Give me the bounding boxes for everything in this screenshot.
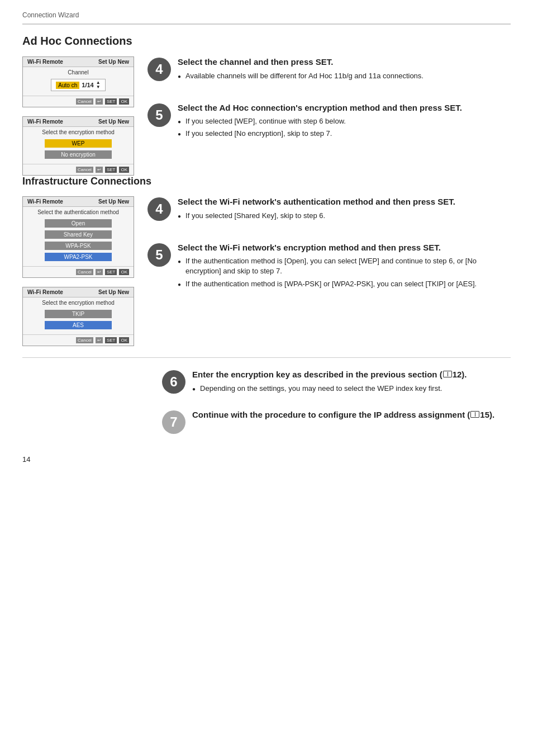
infra-step5-bullets: If the authentication method is [Open], …	[178, 256, 511, 289]
top-divider	[22, 23, 511, 25]
adhoc-step5-bullet1: If you selected [WEP], continue with ste…	[178, 116, 462, 126]
screen3-body: Open Shared Key WPA-PSK WPA2-PSK	[23, 216, 134, 263]
screen4-body: TKIP AES	[23, 307, 134, 331]
screen1-set: SET	[105, 98, 117, 105]
infra-step4-number: 4	[147, 197, 171, 221]
step7-number: 7	[162, 410, 185, 434]
adhoc-step4-number: 4	[147, 58, 171, 81]
screen2-ok: OK	[119, 167, 129, 173]
adhoc-step5-number: 5	[147, 103, 171, 127]
infra-auth-screen: Wi-Fi Remote Set Up New Select the authe…	[22, 196, 134, 278]
screen2-body: WEP No encryption	[23, 136, 134, 160]
adhoc-step4-content: Select the channel and then press SET. A…	[178, 56, 423, 83]
screen2-header: Wi-Fi Remote Set Up New	[23, 117, 134, 127]
adhoc-step5-heading: Select the Ad Hoc connection's encryptio…	[178, 102, 462, 114]
screen4-title: Select the encryption method	[23, 297, 134, 307]
infra-step4: 4 Select the Wi-Fi network's authenticat…	[147, 196, 511, 223]
infra-step5-bullet2: If the authentication method is [WPA-PSK…	[178, 279, 511, 289]
screen4-right-label: Set Up New	[98, 289, 129, 295]
screen4-left-label: Wi-Fi Remote	[27, 289, 63, 295]
channel-arrows: ▲ ▼	[96, 81, 101, 89]
screen3-title: Select the authentication method	[23, 207, 134, 216]
step7-heading: Continue with the procedure to configure…	[192, 409, 494, 420]
infra-step4-bullet1: If you selected [Shared Key], skip to st…	[178, 211, 455, 221]
breadcrumb: Connection Wizard	[22, 11, 511, 19]
infra-step5-number: 5	[147, 243, 171, 267]
step6-number: 6	[162, 370, 185, 394]
infra-instructions: 4 Select the Wi-Fi network's authenticat…	[147, 196, 511, 346]
screen1-footer: Cancel ↩ SET OK	[23, 96, 134, 107]
adhoc-step5: 5 Select the Ad Hoc connection's encrypt…	[147, 102, 511, 141]
infra-open-option: Open	[45, 219, 112, 228]
screen3-ok: OK	[119, 269, 129, 275]
adhoc-instructions: 4 Select the channel and then press SET.…	[147, 56, 511, 176]
infra-encryption-screen: Wi-Fi Remote Set Up New Select the encry…	[22, 287, 134, 346]
adhoc-screens: Wi-Fi Remote Set Up New Channel Auto ch …	[22, 56, 134, 176]
screen3-footer: Cancel ↩ SET OK	[23, 266, 134, 277]
screen1-cancel: Cancel	[76, 98, 93, 105]
screen2-footer: Cancel ↩ SET OK	[23, 164, 134, 175]
adhoc-step5-bullet2: If you selected [No encryption], skip to…	[178, 129, 462, 139]
infra-tkip-option: TKIP	[45, 310, 112, 318]
screen3-left-label: Wi-Fi Remote	[27, 199, 63, 205]
infra-step4-heading: Select the Wi-Fi network's authenticatio…	[178, 196, 455, 207]
screen1-body: Auto ch 1/14 ▲ ▼	[23, 77, 134, 92]
screen4-header: Wi-Fi Remote Set Up New	[23, 287, 134, 297]
channel-label: Auto ch	[56, 82, 79, 89]
lower-steps-container: 6 Enter the encryption key as described …	[22, 369, 511, 434]
screen1-title: Channel	[23, 67, 134, 77]
book-icon-6	[442, 371, 453, 377]
step7-content: Continue with the procedure to configure…	[192, 409, 494, 424]
adhoc-section-title: Ad Hoc Connections	[22, 35, 511, 48]
infra-step5-content: Select the Wi-Fi network's encryption me…	[178, 242, 511, 291]
infra-screens: Wi-Fi Remote Set Up New Select the authe…	[22, 196, 134, 346]
screen4-footer: Cancel ↩ SET OK	[23, 334, 134, 346]
step6-bullet1: Depending on the settings, you may need …	[192, 384, 467, 394]
adhoc-step4-bullets: Available channels will be different for…	[178, 71, 423, 81]
adhoc-wep-option: WEP	[45, 139, 112, 148]
adhoc-step4: 4 Select the channel and then press SET.…	[147, 56, 511, 83]
screen1-ok: OK	[119, 98, 129, 105]
infra-step4-bullets: If you selected [Shared Key], skip to st…	[178, 211, 455, 221]
step6-content: Enter the encryption key as described in…	[192, 369, 467, 396]
screen3-cancel: Cancel	[76, 269, 93, 275]
book-icon-7	[470, 411, 480, 418]
infra-aes-option: AES	[45, 321, 112, 329]
screen3-set: SET	[105, 269, 117, 275]
screen3-header: Wi-Fi Remote Set Up New	[23, 197, 134, 207]
screen4-ok: OK	[119, 337, 129, 343]
channel-display: Auto ch 1/14 ▲ ▼	[51, 79, 105, 91]
infra-wpapsk-option: WPA-PSK	[45, 242, 112, 250]
adhoc-step4-bullet1: Available channels will be different for…	[178, 71, 423, 81]
screen2-set: SET	[105, 167, 117, 173]
screen2-title: Select the encryption method	[23, 127, 134, 136]
screen3-right-label: Set Up New	[98, 199, 129, 205]
screen2-cancel: Cancel	[76, 167, 93, 173]
screen1-back: ↩	[96, 98, 103, 105]
infra-step5: 5 Select the Wi-Fi network's encryption …	[147, 242, 511, 291]
adhoc-step4-heading: Select the channel and then press SET.	[178, 56, 423, 68]
infra-step4-content: Select the Wi-Fi network's authenticatio…	[178, 196, 455, 223]
screen1-left-label: Wi-Fi Remote	[27, 59, 63, 65]
step6-bullets: Depending on the settings, you may need …	[192, 384, 467, 394]
screen1-right-label: Set Up New	[98, 59, 129, 65]
adhoc-channel-screen: Wi-Fi Remote Set Up New Channel Auto ch …	[22, 56, 134, 107]
infra-sharedkey-option: Shared Key	[45, 230, 112, 239]
screen3-back: ↩	[96, 269, 103, 275]
screen2-back: ↩	[96, 167, 103, 173]
infra-step5-heading: Select the Wi-Fi network's encryption me…	[178, 242, 511, 253]
step7-block: 7 Continue with the procedure to configu…	[162, 409, 511, 434]
screen4-set: SET	[105, 337, 117, 343]
adhoc-step5-bullets: If you selected [WEP], continue with ste…	[178, 116, 462, 139]
screen4-cancel: Cancel	[76, 337, 93, 343]
infra-wpa2psk-option: WPA2-PSK	[45, 253, 112, 261]
screen4-back: ↩	[96, 337, 103, 343]
screen2-right-label: Set Up New	[98, 119, 129, 125]
adhoc-noenc-option: No encryption	[45, 150, 112, 159]
infra-section-title: Infrastructure Connections	[22, 176, 511, 187]
screen1-header: Wi-Fi Remote Set Up New	[23, 57, 134, 67]
adhoc-encryption-screen: Wi-Fi Remote Set Up New Select the encry…	[22, 116, 134, 176]
page-number: 14	[22, 444, 511, 464]
channel-value: 1/14	[82, 82, 93, 88]
screen2-left-label: Wi-Fi Remote	[27, 119, 63, 125]
